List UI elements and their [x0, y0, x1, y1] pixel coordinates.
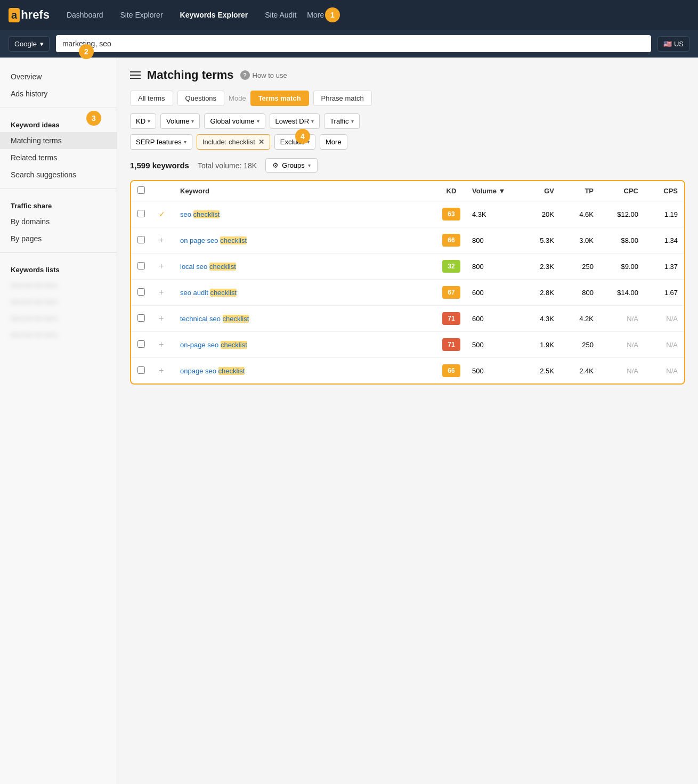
row-add-plus[interactable]: +: [159, 314, 178, 323]
row-gv: 2.8K: [517, 289, 554, 297]
row-checkbox[interactable]: [137, 366, 157, 375]
sidebar-item-ads-history[interactable]: Ads history: [0, 85, 117, 102]
filter-global-volume[interactable]: Global volume ▾: [204, 113, 265, 129]
header-cpc[interactable]: CPC: [596, 187, 638, 195]
tab-questions[interactable]: Questions: [177, 91, 225, 106]
filter-traffic[interactable]: Traffic ▾: [324, 113, 359, 129]
hamburger-menu[interactable]: [130, 71, 141, 79]
sidebar-item-by-domains[interactable]: By domains: [0, 213, 117, 230]
table-row: + local seo checklist 32 800 2.3K 250 $9…: [131, 254, 684, 280]
top-nav: a hrefs Dashboard Site Explorer Keywords…: [0, 0, 698, 30]
header-volume[interactable]: Volume ▼: [472, 187, 515, 195]
header-kd[interactable]: KD: [433, 187, 470, 195]
sidebar-item-search-suggestions[interactable]: Search suggestions: [0, 166, 117, 183]
row-gv: 2.5K: [517, 367, 554, 375]
nav-keywords-explorer[interactable]: Keywords Explorer: [174, 6, 255, 23]
chevron-down-icon: ▾: [257, 118, 259, 124]
search-input-box[interactable]: marketing, seo: [56, 35, 651, 52]
page-title: Matching terms: [147, 68, 234, 82]
google-selector[interactable]: Google ▾: [9, 36, 50, 52]
row-keyword[interactable]: seo checklist: [180, 210, 431, 218]
sidebar-item-overview[interactable]: Overview: [0, 68, 117, 85]
row-checkbox[interactable]: [137, 262, 157, 271]
row-tp: 250: [556, 341, 594, 349]
row-gv: 5.3K: [517, 236, 554, 244]
close-include-filter[interactable]: ✕: [258, 138, 264, 146]
header-keyword[interactable]: Keyword: [180, 187, 431, 195]
row-checkbox[interactable]: [137, 210, 157, 219]
row-tp: 800: [556, 289, 594, 297]
row-added-check: ✓: [159, 210, 178, 218]
tab-terms-match[interactable]: Terms match: [250, 91, 309, 106]
row-add-plus[interactable]: +: [159, 288, 178, 297]
row-tp: 4.2K: [556, 315, 594, 323]
flag-badge[interactable]: 🇺🇸 US: [658, 36, 689, 52]
row-keyword[interactable]: onpage seo checklist: [180, 367, 431, 375]
filter-kd[interactable]: KD ▾: [130, 113, 156, 129]
header-checkbox-all[interactable]: [137, 186, 157, 195]
sidebar-blurred-2: blurred list item: [0, 293, 117, 310]
table-row: + on page seo checklist 66 800 5.3K 3.0K…: [131, 227, 684, 254]
header-gv[interactable]: GV: [517, 187, 554, 195]
row-checkbox[interactable]: [137, 314, 157, 323]
row-gv: 4.3K: [517, 315, 554, 323]
row-checkbox[interactable]: [137, 288, 157, 297]
nav-dashboard[interactable]: Dashboard: [60, 6, 110, 23]
row-cps: N/A: [640, 315, 678, 323]
sidebar-item-related-terms[interactable]: Related terms: [0, 149, 117, 166]
nav-site-audit[interactable]: Site Audit: [258, 6, 303, 23]
row-cpc: $8.00: [596, 236, 638, 244]
how-to-use-link[interactable]: ? How to use: [240, 70, 287, 80]
include-filter-label: Include: checklist: [202, 138, 255, 146]
row-checkbox[interactable]: [137, 236, 157, 245]
tab-all-terms[interactable]: All terms: [130, 91, 173, 106]
tab-phrase-match[interactable]: Phrase match: [313, 91, 372, 106]
table-header: Keyword KD Volume ▼ GV TP CPC CPS: [131, 181, 684, 201]
row-volume: 600: [472, 289, 515, 297]
nav-site-explorer[interactable]: Site Explorer: [113, 6, 169, 23]
row-volume: 500: [472, 367, 515, 375]
main-content: Matching terms ? How to use All terms Qu…: [117, 58, 698, 784]
row-cps: 1.19: [640, 210, 678, 218]
sidebar-item-by-pages[interactable]: By pages: [0, 230, 117, 247]
row-cps: 1.67: [640, 289, 678, 297]
filter-more[interactable]: More: [320, 134, 347, 150]
row-add-plus[interactable]: +: [159, 235, 178, 245]
filter-serp-features[interactable]: SERP features ▾: [130, 134, 192, 150]
filter-row-1: KD ▾ Volume ▾ Global volume ▾ Lowest DR …: [130, 113, 685, 129]
filter-lowest-dr[interactable]: Lowest DR ▾: [270, 113, 320, 129]
keywords-count: 1,599 keywords: [130, 161, 189, 170]
row-cpc: N/A: [596, 315, 638, 323]
groups-icon: ⚙: [272, 161, 279, 169]
row-volume: 4.3K: [472, 210, 515, 218]
filter-tabs: All terms Questions Mode Terms match Phr…: [130, 91, 685, 106]
header-cps[interactable]: CPS: [640, 187, 678, 195]
sidebar-traffic-share-title: Traffic share: [0, 194, 117, 213]
row-add-plus[interactable]: +: [159, 366, 178, 375]
chevron-down-icon: ▾: [351, 118, 354, 124]
row-tp: 250: [556, 263, 594, 271]
sidebar-divider-2: [0, 189, 117, 189]
row-add-plus[interactable]: +: [159, 340, 178, 349]
row-tp: 3.0K: [556, 236, 594, 244]
sidebar: Overview Ads history Keyword ideas Match…: [0, 58, 117, 784]
row-volume: 800: [472, 236, 515, 244]
row-keyword[interactable]: seo audit checklist: [180, 289, 431, 297]
row-add-plus[interactable]: +: [159, 262, 178, 271]
row-keyword[interactable]: on page seo checklist: [180, 236, 431, 244]
row-keyword[interactable]: technical seo checklist: [180, 315, 431, 323]
row-checkbox[interactable]: [137, 340, 157, 349]
groups-button[interactable]: ⚙ Groups ▾: [265, 158, 318, 173]
row-keyword[interactable]: local seo checklist: [180, 263, 431, 271]
filter-row-2: SERP features ▾ Include: checklist ✕ Exc…: [130, 134, 685, 150]
flag-icon: 🇺🇸: [663, 40, 672, 48]
include-filter-tag: Include: checklist ✕: [197, 134, 270, 150]
sidebar-item-matching-terms[interactable]: Matching terms: [0, 132, 117, 149]
row-keyword[interactable]: on-page seo checklist: [180, 341, 431, 349]
question-icon: ?: [240, 70, 250, 80]
row-kd: 71: [433, 338, 470, 351]
filter-volume[interactable]: Volume ▾: [160, 113, 200, 129]
chevron-down-icon: ▾: [308, 162, 311, 168]
header-tp[interactable]: TP: [556, 187, 594, 195]
row-cps: 1.34: [640, 236, 678, 244]
